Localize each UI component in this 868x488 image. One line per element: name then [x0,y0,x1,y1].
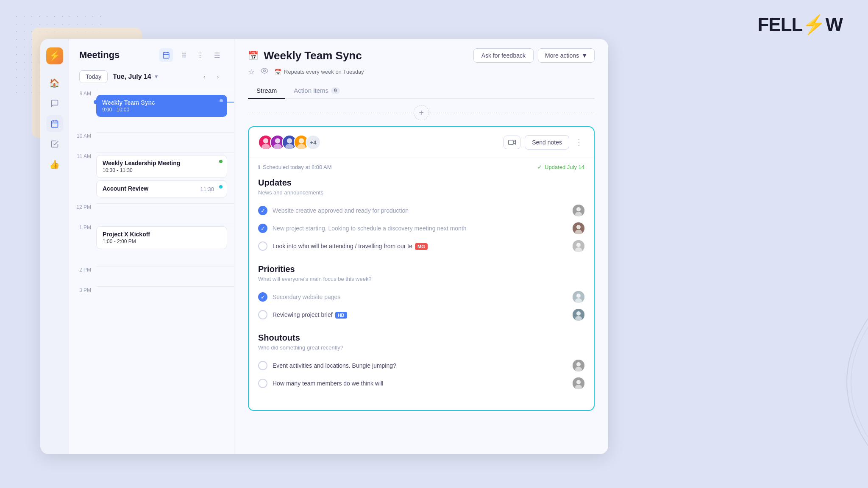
svg-rect-4 [163,53,169,58]
item-text: How many team members do we think will [273,380,568,387]
card-action-buttons: Send notes ⋮ [504,135,584,150]
item-avatar [573,377,584,389]
today-button[interactable]: Today [79,70,108,83]
time-slot-3pm: 3 PM [69,286,234,307]
svg-point-35 [576,243,581,247]
send-notes-button[interactable]: Send notes [525,135,569,150]
svg-point-38 [576,294,581,298]
checkmark-icon: ✓ [537,164,542,170]
content-tabs: Stream Action items 9 [248,83,595,99]
updated-info: ✓ Updated July 14 [537,164,584,170]
item-text: Reviewing project briefHD [273,311,568,318]
chevron-down-icon: ▼ [581,52,587,59]
tab-stream[interactable]: Stream [248,83,285,99]
meeting-card-body: ℹ Scheduled today at 8:00 AM ✓ Updated J… [249,158,594,410]
item-avatar [573,360,584,372]
svg-point-20 [273,144,282,150]
item-text: Website creative approved and ready for … [273,207,568,214]
tab-action-items[interactable]: Action items 9 [285,83,348,99]
svg-point-32 [576,225,581,229]
event-account-review[interactable]: Account Review 11:30 [96,180,227,197]
item-text: Event activities and locations. Bungie j… [273,362,568,369]
list-view-btn[interactable] [176,48,190,62]
list-item: How many team members do we think will [258,374,584,392]
sidebar-item-thumbsup[interactable]: 👍 [46,156,63,173]
sidebar-item-calendar[interactable] [46,115,63,132]
menu-btn[interactable]: ☰ [210,48,224,62]
date-label[interactable]: Tue, July 14 ▼ [113,73,159,80]
sidebar-item-home[interactable]: 🏠 [46,75,63,92]
time-label-9am: 9 AM [69,90,96,97]
sidebar-item-messages[interactable] [46,95,63,112]
event-project-x[interactable]: Project X Kickoff 1:00 - 2:00 PM [96,226,227,249]
meeting-title-row: 📅 Weekly Team Sync Ask for feedback More… [248,48,595,63]
video-call-button[interactable] [504,136,520,149]
svg-point-16 [263,138,268,143]
next-date-btn[interactable]: › [212,71,224,83]
more-options-btn[interactable]: ⋮ [193,48,207,62]
tag-mg: MG [415,243,428,250]
checkbox-circle-unchecked[interactable] [258,379,267,388]
more-actions-button[interactable]: More actions ▼ [538,48,595,63]
priorities-section: Priorities What will everyone's main foc… [258,264,584,324]
time-label-11am: 11 AM [69,152,96,159]
meetings-header-icons: ⋮ ☰ [159,48,224,62]
svg-point-47 [576,380,581,384]
meetings-header: Meetings [69,39,234,69]
meeting-card-header: +4 Send notes ⋮ [249,127,594,158]
card-more-options-button[interactable]: ⋮ [573,136,584,149]
svg-rect-0 [51,121,58,127]
checkbox-checked[interactable]: ✓ [258,292,267,302]
checkbox-unchecked[interactable] [258,241,267,251]
meeting-title: Weekly Team Sync [264,49,362,62]
time-slot-12pm: 12 PM [69,203,234,224]
ask-feedback-button[interactable]: Ask for feedback [473,48,534,63]
decorative-curve [817,319,868,446]
event-time: 10:30 - 11:30 [103,167,221,173]
item-avatar [573,222,584,234]
time-label-3pm: 3 PM [69,286,96,293]
stream-content: + [234,99,608,454]
list-item: ✓ New project starting. Looking to sched… [258,219,584,237]
list-item: ✓ Website creative approved and ready fo… [258,202,584,219]
add-content-button[interactable]: + [414,105,429,120]
svg-point-44 [576,362,581,366]
event-dot-teal [219,185,223,189]
checkbox-circle-unchecked[interactable] [258,310,267,319]
section-title-priorities: Priorities [258,264,584,274]
meeting-calendar-icon: 📅 [248,50,259,61]
sidebar-item-tasks[interactable] [46,136,63,152]
svg-point-14 [264,70,266,72]
event-dot-green [219,160,223,163]
event-weekly-leadership[interactable]: Weekly Leadership Meeting 10:30 - 11:30 [96,155,227,178]
time-label-10am: 10 AM [69,132,96,139]
star-icon[interactable]: ☆ [248,67,255,77]
avatar-count: +4 [306,135,321,150]
tag-hd: HD [335,312,347,319]
svg-point-19 [275,138,280,143]
svg-point-29 [576,207,581,211]
item-avatar [573,205,584,216]
event-time: 9:00 - 10:00 [102,107,221,113]
event-title: Weekly Leadership Meeting [103,160,221,166]
card-meta: ℹ Scheduled today at 8:00 AM ✓ Updated J… [258,164,584,170]
meeting-header: 📅 Weekly Team Sync Ask for feedback More… [234,39,608,99]
item-avatar [573,291,584,303]
calendar-timeline: 9 AM Weekly Team Sync 9:00 - 10:00 1 [69,90,234,454]
calendar-view-btn[interactable] [159,48,173,62]
nav-logo: ⚡ [46,47,63,64]
eye-icon[interactable] [261,67,268,77]
event-weekly-team-sync[interactable]: Weekly Team Sync 9:00 - 10:00 [96,95,227,117]
meetings-panel: Meetings [69,39,234,454]
checkbox-circle-unchecked[interactable] [258,361,267,370]
events-11am: Weekly Leadership Meeting 10:30 - 11:30 … [96,152,234,200]
prev-date-btn[interactable]: ‹ [198,71,210,83]
svg-point-41 [576,311,581,316]
section-title-shoutouts: Shoutouts [258,333,584,343]
main-content: 📅 Weekly Team Sync Ask for feedback More… [234,39,608,454]
logo-slash: ⚡ [802,14,825,35]
svg-point-23 [285,144,294,150]
meetings-title: Meetings [79,50,120,61]
checkbox-checked[interactable]: ✓ [258,206,267,215]
checkbox-checked[interactable]: ✓ [258,224,267,233]
